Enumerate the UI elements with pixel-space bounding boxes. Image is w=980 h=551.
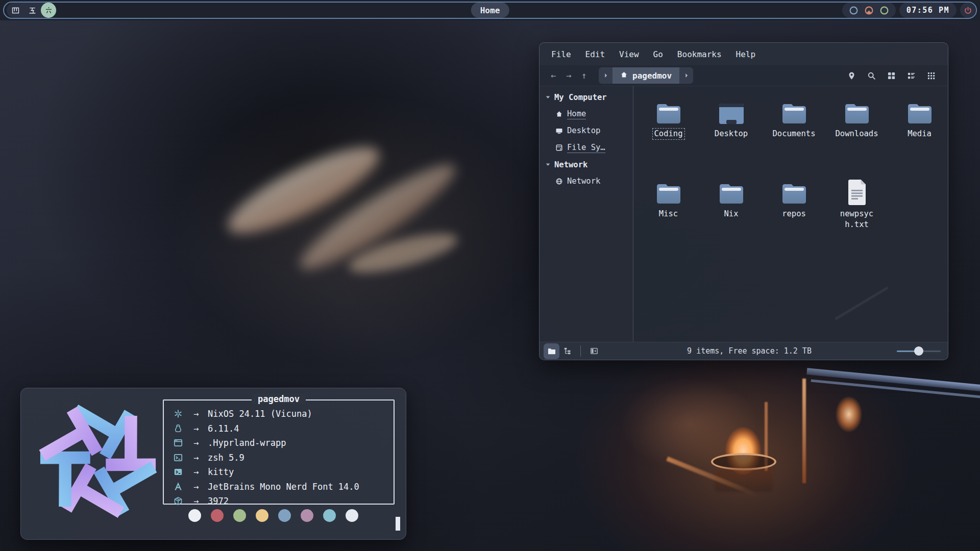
wallpaper-art-beam: [806, 368, 980, 391]
sidebar-item-home[interactable]: Home: [540, 106, 633, 122]
fetch-value: zsh 5.9: [208, 453, 244, 463]
arrow-icon: →: [184, 438, 208, 448]
status-separator: [580, 345, 581, 357]
folder-icon: [654, 94, 683, 126]
terminal-icon: [172, 467, 184, 477]
network-icon: [555, 178, 563, 185]
indicator-green[interactable]: [879, 6, 889, 15]
palette-dot: [278, 509, 291, 522]
wallpaper-art-candle: [666, 457, 758, 497]
active-window-title-label: Home: [480, 6, 500, 15]
font-icon: [172, 482, 184, 491]
menu-file[interactable]: File: [551, 49, 571, 59]
wallpaper-art-candle: [711, 453, 776, 470]
file-label: Coding: [652, 128, 685, 140]
terminal-window[interactable]: pagedmov →NixOS 24.11 (Vicuna)→6.11.4→.H…: [20, 388, 406, 540]
file-label: repos: [780, 208, 808, 220]
file-label: Documents: [771, 128, 818, 140]
zoom-slider-knob[interactable]: [914, 346, 923, 356]
top-bar-right: 07:56 PM: [842, 3, 975, 18]
arrow-icon: →: [184, 409, 208, 419]
path-current-label: pagedmov: [632, 71, 672, 81]
folder-icon: [780, 94, 808, 126]
fetch-title: pagedmov: [252, 394, 306, 404]
file-item-desktop[interactable]: Desktop: [701, 94, 762, 174]
toolbar: ← → ↑ pagedmov: [540, 65, 948, 86]
file-label: Media: [905, 128, 934, 140]
sidebar-item-file-sy-[interactable]: File Sy…: [540, 139, 633, 156]
places-sidebar: My ComputerHomeDesktopFile Sy…NetworkNet…: [540, 86, 633, 342]
arrow-icon: →: [184, 467, 208, 477]
sidebar-item-desktop[interactable]: Desktop: [540, 122, 633, 139]
status-bar-buttons: [544, 343, 602, 359]
shell-icon: [172, 453, 184, 462]
back-button[interactable]: ←: [546, 68, 561, 83]
file-item-newpsych-txt[interactable]: newpsych.txt: [827, 174, 887, 254]
fetch-value: JetBrains Mono Nerd Font 14.0: [208, 482, 359, 492]
wm-icon: [172, 438, 184, 447]
fetch-rows: →NixOS 24.11 (Vicuna)→6.11.4→.Hyprland-w…: [164, 400, 394, 509]
path-current-button[interactable]: pagedmov: [612, 67, 679, 84]
file-item-downloads[interactable]: Downloads: [827, 94, 887, 174]
grid-view-icon[interactable]: [887, 71, 896, 80]
file-item-repos[interactable]: repos: [764, 174, 824, 254]
file-item-documents[interactable]: Documents: [764, 94, 824, 174]
filesystem-icon: [555, 144, 563, 152]
fetch-row-packages: →3972: [172, 494, 394, 509]
fetch-value: .Hyprland-wrapp: [208, 438, 286, 448]
sidebar-item-network[interactable]: Network: [540, 173, 633, 190]
indicator-blue[interactable]: [849, 6, 859, 15]
top-bar: Home 07:56 PM: [0, 0, 980, 20]
status-bar: 9 items, Free space: 1.2 TB: [540, 342, 948, 360]
fetch-row-terminal: →kitty: [172, 465, 394, 480]
zoom-slider[interactable]: [897, 346, 941, 356]
fetch-row-linux: →6.11.4: [172, 421, 394, 436]
dirtree-mode-button[interactable]: [559, 343, 575, 359]
wallpaper-art-hair: [218, 133, 388, 248]
up-button[interactable]: ↑: [576, 68, 592, 83]
home-icon: [620, 71, 628, 81]
list-view-icon[interactable]: [907, 71, 916, 80]
fetch-row-shell: →zsh 5.9: [172, 450, 394, 465]
sidebar-section-my-computer[interactable]: My Computer: [540, 89, 633, 106]
palette-dot: [256, 509, 268, 522]
menu-bookmarks[interactable]: Bookmarks: [677, 49, 722, 59]
linux-icon: [172, 424, 184, 433]
arrow-icon: →: [184, 496, 208, 506]
fetch-row-font: →JetBrains Mono Nerd Font 14.0: [172, 480, 394, 494]
workspace-4[interactable]: [7, 3, 24, 17]
location-icon[interactable]: [847, 71, 856, 80]
sidebar-item-label: Home: [567, 109, 586, 119]
home-icon: [555, 110, 563, 118]
file-item-nix[interactable]: Nix: [701, 174, 762, 254]
path-scroll-left-button[interactable]: [599, 67, 612, 84]
search-icon[interactable]: [867, 71, 876, 80]
power-button[interactable]: [960, 3, 975, 18]
indicator-orange[interactable]: [864, 6, 874, 15]
menu-edit[interactable]: Edit: [585, 49, 605, 59]
packages-icon: [172, 496, 184, 506]
menu-go[interactable]: Go: [653, 49, 663, 59]
path-bar: pagedmov: [599, 67, 693, 84]
forward-button[interactable]: →: [561, 68, 576, 83]
workspace-5[interactable]: [24, 3, 41, 17]
terminal-cursor: [396, 517, 400, 531]
file-item-media[interactable]: Media: [890, 94, 949, 174]
side-pane-toggle-button[interactable]: [586, 343, 602, 359]
toolbar-view-controls: [847, 71, 942, 80]
path-scroll-right-button[interactable]: [679, 67, 693, 84]
menu-help[interactable]: Help: [736, 49, 756, 59]
menu-view[interactable]: View: [619, 49, 639, 59]
wallpaper-art-hair: [291, 152, 464, 282]
file-label: newpsych.txt: [834, 208, 880, 231]
fetch-value: 3972: [208, 496, 229, 506]
workspace-6-active[interactable]: [41, 3, 56, 18]
compact-view-icon[interactable]: [927, 71, 936, 80]
file-item-coding[interactable]: Coding: [639, 94, 699, 174]
sidebar-section-network[interactable]: Network: [540, 156, 633, 173]
file-label: Nix: [722, 208, 741, 220]
places-mode-button[interactable]: [544, 343, 559, 359]
file-item-misc[interactable]: Misc: [639, 174, 699, 254]
nix-icon: [172, 409, 184, 418]
palette-dot: [323, 509, 336, 522]
